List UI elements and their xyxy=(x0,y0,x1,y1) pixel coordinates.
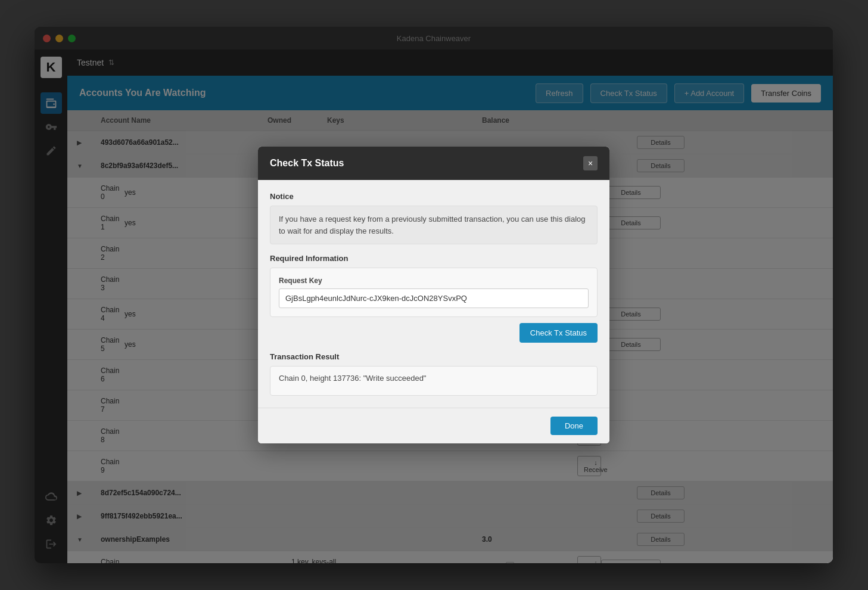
modal-body: Notice If you have a request key from a … xyxy=(258,180,609,408)
request-key-input[interactable] xyxy=(279,288,589,308)
check-tx-modal: Check Tx Status × Notice If you have a r… xyxy=(258,147,609,443)
modal-overlay[interactable]: Check Tx Status × Notice If you have a r… xyxy=(35,27,833,563)
modal-title: Check Tx Status xyxy=(270,158,344,169)
request-key-group: Request Key xyxy=(270,268,598,317)
result-title: Transaction Result xyxy=(270,352,598,361)
modal-header: Check Tx Status × xyxy=(258,147,609,180)
required-section: Required Information Request Key Check T… xyxy=(270,254,598,343)
result-section: Transaction Result Chain 0, height 13773… xyxy=(270,352,598,396)
required-title: Required Information xyxy=(270,254,598,263)
request-key-label: Request Key xyxy=(279,277,589,285)
notice-title: Notice xyxy=(270,192,598,201)
result-box: Chain 0, height 137736: "Write succeeded… xyxy=(270,366,598,396)
modal-footer: Done xyxy=(258,408,609,443)
done-button[interactable]: Done xyxy=(550,417,598,435)
modal-close-button[interactable]: × xyxy=(583,156,598,170)
notice-box: If you have a request key from a previou… xyxy=(270,206,598,244)
notice-section: Notice If you have a request key from a … xyxy=(270,192,598,244)
check-tx-button[interactable]: Check Tx Status xyxy=(519,323,598,343)
